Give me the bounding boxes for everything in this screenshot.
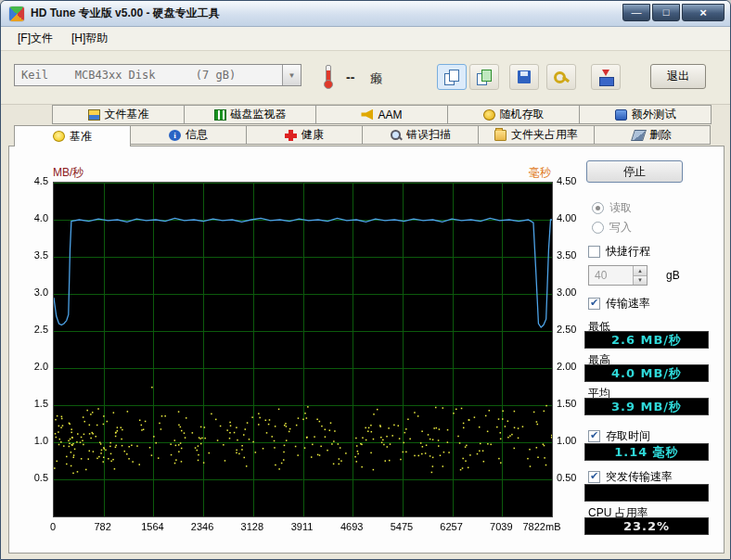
tab-erase[interactable]: 删除 xyxy=(594,125,711,145)
menu-help[interactable]: [H]帮助 xyxy=(62,27,117,50)
x-tick-label: 4693 xyxy=(322,521,381,532)
read-radio[interactable]: 读取 xyxy=(592,200,632,216)
magnifier-icon xyxy=(390,130,402,141)
tab-error-scan[interactable]: 错误扫描 xyxy=(362,125,479,145)
temperature-icon xyxy=(323,65,333,89)
burst-rate-checkbox-box xyxy=(588,471,600,483)
x-tick-label: 7039 xyxy=(471,521,531,532)
x-tick-label: 7822mB xyxy=(512,521,571,532)
menu-bar: [F]文件 [H]帮助 xyxy=(1,27,730,51)
close-button[interactable]: × xyxy=(682,4,725,21)
short-stroke-label: 快捷行程 xyxy=(606,244,650,260)
tab-benchmark-label: 基准 xyxy=(70,129,92,145)
write-radio[interactable]: 写入 xyxy=(592,220,632,235)
window-controls: — □ × xyxy=(621,1,725,26)
extra-tests-icon xyxy=(615,109,627,121)
access-time-checkbox-box xyxy=(588,430,600,442)
x-tick-label: 3128 xyxy=(223,521,282,532)
y-right-tick-label: 0.50 xyxy=(557,472,576,483)
y-left-tick-label: 2.0 xyxy=(9,361,48,372)
tab-file-benchmark[interactable]: 文件基准 xyxy=(52,105,185,124)
x-tick-label: 5475 xyxy=(372,521,431,532)
toolbar: Keil MCB43xx Disk (7 gB) ▼ -- 癞 退出 xyxy=(1,51,730,105)
y-left-tick-label: 3.0 xyxy=(9,286,48,298)
chevron-down-icon[interactable]: ▼ xyxy=(282,65,301,85)
save-screenshot-button[interactable] xyxy=(509,64,539,90)
stop-button[interactable]: 停止 xyxy=(586,160,683,183)
tab-row-bottom: 基准 信息 健康 错误扫描 文件夹占用率 删除 xyxy=(14,125,710,146)
copy-to-clipboard-button[interactable] xyxy=(437,64,467,90)
tab-random-access[interactable]: 随机存取 xyxy=(447,105,580,124)
tab-aam-label: AAM xyxy=(378,108,402,121)
y-right-tick-label: 3.50 xyxy=(557,249,576,261)
maximize-button[interactable]: □ xyxy=(652,4,680,21)
short-stroke-unit: gB xyxy=(666,269,680,282)
info-icon xyxy=(169,130,181,141)
folder-icon xyxy=(494,130,507,141)
disk-monitor-icon xyxy=(214,109,226,121)
burst-rate-label: 突发传输速率 xyxy=(606,469,673,485)
x-tick-label: 0 xyxy=(23,521,83,532)
cpu-usage-value-box: 23.2% xyxy=(584,517,709,535)
health-cross-icon xyxy=(285,130,297,141)
app-window: HD Tune 专业版 v5.00 - 硬盘专业工具 — □ × [F]文件 [… xyxy=(0,0,731,560)
capture-button[interactable] xyxy=(591,64,621,90)
options-button[interactable] xyxy=(546,64,576,90)
y-left-tick-label: 0.5 xyxy=(9,472,48,483)
y-left-tick-label: 4.5 xyxy=(9,175,48,186)
speaker-icon xyxy=(361,109,373,121)
spinner-down-icon[interactable]: ▼ xyxy=(634,276,647,286)
avg-value-box: 3.9 MB/秒 xyxy=(584,398,709,415)
access-time-value-box: 1.14 毫秒 xyxy=(584,443,709,461)
benchmark-icon xyxy=(53,131,65,142)
tab-extra-tests[interactable]: 额外测试 xyxy=(579,105,712,124)
write-radio-label: 写入 xyxy=(609,220,632,235)
y-right-tick-label: 4.50 xyxy=(557,175,576,186)
drive-select-value: Keil MCB43xx Disk (7 gB) xyxy=(15,69,282,82)
y-left-tick-label: 3.5 xyxy=(9,249,48,261)
tab-extra-tests-label: 额外测试 xyxy=(632,107,676,122)
spinner-up-icon[interactable]: ▲ xyxy=(634,266,647,276)
tab-folder-usage[interactable]: 文件夹占用率 xyxy=(478,125,595,145)
copy-icon xyxy=(443,70,460,84)
window-title: HD Tune 专业版 v5.00 - 硬盘专业工具 xyxy=(31,6,621,21)
minimize-button[interactable]: — xyxy=(622,4,650,21)
y-right-tick-label: 1.50 xyxy=(557,398,576,409)
y-right-tick-label: 4.00 xyxy=(557,212,576,223)
y-right-tick-label: 1.00 xyxy=(557,435,576,446)
copy-image-icon xyxy=(476,70,493,84)
short-stroke-checkbox-box xyxy=(588,246,600,258)
exit-button[interactable]: 退出 xyxy=(650,64,706,89)
transfer-rate-checkbox[interactable]: 传输速率 xyxy=(588,296,650,312)
drive-select-dropdown[interactable]: Keil MCB43xx Disk (7 gB) ▼ xyxy=(14,64,301,86)
x-tick-label: 2346 xyxy=(173,521,232,532)
tab-disk-monitor[interactable]: 磁盘监视器 xyxy=(184,105,316,124)
tab-health[interactable]: 健康 xyxy=(246,125,363,145)
transfer-rate-label: 传输速率 xyxy=(606,296,650,312)
tab-row-top: 文件基准 磁盘监视器 AAM 随机存取 额外测试 xyxy=(52,105,711,124)
short-stroke-checkbox[interactable]: 快捷行程 xyxy=(588,244,650,260)
tab-random-access-label: 随机存取 xyxy=(500,107,545,122)
read-radio-circle xyxy=(592,202,604,214)
app-icon xyxy=(9,6,24,21)
y-left-tick-label: 2.5 xyxy=(9,324,48,335)
x-tick-label: 6257 xyxy=(422,521,481,532)
copy-image-button[interactable] xyxy=(469,64,499,90)
access-time-checkbox[interactable]: 存取时间 xyxy=(588,428,650,444)
temperature-unit: 癞 xyxy=(370,70,382,87)
burst-rate-value-box xyxy=(584,484,709,502)
y-left-tick-label: 4.0 xyxy=(9,212,48,223)
tab-benchmark[interactable]: 基准 xyxy=(14,125,131,146)
tab-disk-monitor-label: 磁盘监视器 xyxy=(231,107,287,122)
short-stroke-value: 40 xyxy=(589,266,633,285)
burst-rate-checkbox[interactable]: 突发传输速率 xyxy=(588,469,673,485)
short-stroke-spinner[interactable]: 40 ▲ ▼ xyxy=(588,265,648,286)
tab-info[interactable]: 信息 xyxy=(130,125,247,145)
tab-strip: 文件基准 磁盘监视器 AAM 随机存取 额外测试 基准 信息 健康 错误扫描 文… xyxy=(1,105,730,146)
save-icon xyxy=(516,70,532,84)
y-left-tick-label: 1.5 xyxy=(9,398,48,409)
spinner-buttons: ▲ ▼ xyxy=(633,266,647,285)
tab-info-label: 信息 xyxy=(186,127,208,143)
tab-aam[interactable]: AAM xyxy=(315,105,448,124)
menu-file[interactable]: [F]文件 xyxy=(8,27,62,50)
